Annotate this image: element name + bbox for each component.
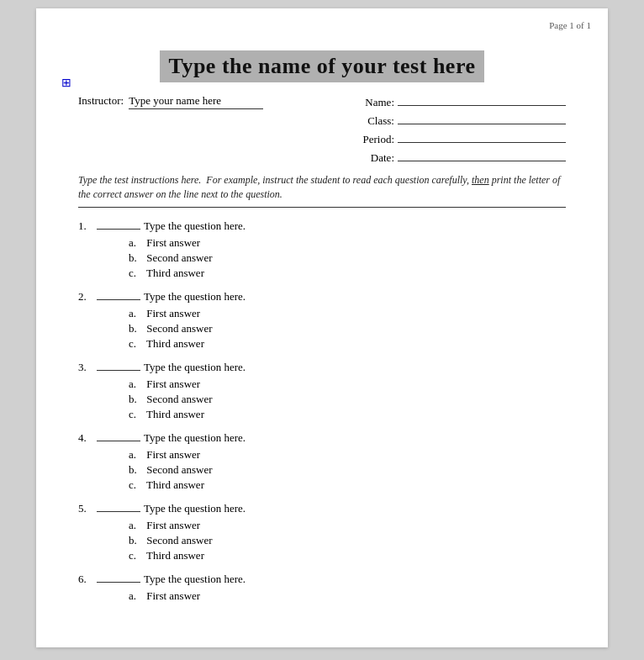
question-line: 6.Type the question here.	[78, 573, 566, 586]
class-label: Class:	[356, 114, 394, 128]
list-item[interactable]: c. Third answer	[129, 549, 566, 562]
instructor-label: Instructor:	[78, 94, 124, 108]
answer-blank[interactable]	[97, 370, 140, 371]
answer-label: b.	[129, 393, 144, 406]
question-line: 1.Type the question here.	[78, 219, 566, 233]
list-item[interactable]: a. First answer	[129, 236, 566, 250]
answers-list: a. First answerb. Second answerc. Third …	[78, 236, 566, 280]
answer-label: c.	[129, 267, 144, 280]
name-label: Name:	[356, 96, 394, 109]
answers-list: a. First answerb. Second answerc. Third …	[78, 448, 566, 492]
question-number: 1.	[78, 219, 97, 233]
answer-blank[interactable]	[97, 229, 140, 230]
answer-text: Second answer	[144, 322, 213, 335]
date-line[interactable]	[398, 150, 566, 161]
question-block: 3.Type the question here.a. First answer…	[78, 361, 566, 421]
fields-block: Name: Class: Period: Date:	[356, 94, 566, 165]
answer-label: c.	[129, 408, 144, 421]
question-block: 6.Type the question here.a. First answer	[78, 573, 566, 603]
questions-container: 1.Type the question here.a. First answer…	[78, 219, 566, 603]
answer-text: First answer	[144, 378, 200, 390]
question-text[interactable]: Type the question here.	[144, 290, 245, 304]
question-text[interactable]: Type the question here.	[144, 573, 245, 586]
answer-blank[interactable]	[97, 582, 140, 583]
question-text[interactable]: Type the question here.	[144, 502, 245, 515]
question-text[interactable]: Type the question here.	[144, 431, 245, 445]
date-field-row: Date:	[356, 150, 566, 165]
answer-label: c.	[129, 337, 144, 351]
question-line: 5.Type the question here.	[78, 502, 566, 515]
list-item[interactable]: c. Third answer	[129, 408, 566, 421]
test-title[interactable]: Type the name of your test here	[160, 50, 483, 82]
divider	[78, 207, 566, 208]
list-item[interactable]: a. First answer	[129, 448, 566, 462]
expand-icon[interactable]: ⊞	[61, 76, 71, 90]
answer-label: a.	[129, 519, 144, 532]
instructor-name[interactable]: Type your name here	[129, 94, 263, 109]
answer-label: b.	[129, 534, 144, 547]
answer-text: Third answer	[144, 337, 204, 350]
answer-text: Third answer	[144, 408, 204, 420]
answer-label: a.	[129, 448, 144, 462]
question-text[interactable]: Type the question here.	[144, 219, 245, 233]
answer-text: First answer	[144, 448, 200, 461]
answer-label: a.	[129, 236, 144, 250]
answer-text: Second answer	[144, 393, 213, 405]
page: Page 1 of 1 Type the name of your test h…	[36, 8, 608, 647]
answer-label: b.	[129, 463, 144, 477]
question-number: 5.	[78, 502, 97, 515]
page-number: Page 1 of 1	[549, 20, 591, 30]
period-label: Period:	[356, 133, 394, 146]
question-text[interactable]: Type the question here.	[144, 361, 245, 374]
answers-list: a. First answerb. Second answerc. Third …	[78, 378, 566, 421]
answer-text: Third answer	[144, 549, 204, 562]
list-item[interactable]: b. Second answer	[129, 251, 566, 265]
answer-text: Third answer	[144, 267, 204, 279]
answer-text: First answer	[144, 519, 200, 531]
list-item[interactable]: b. Second answer	[129, 463, 566, 477]
list-item[interactable]: c. Third answer	[129, 267, 566, 280]
question-line: 4.Type the question here.	[78, 431, 566, 445]
period-line[interactable]	[398, 131, 566, 143]
answer-text: Second answer	[144, 251, 213, 264]
answers-list: a. First answerb. Second answerc. Third …	[78, 519, 566, 562]
question-line: 2.Type the question here.	[78, 290, 566, 304]
class-line[interactable]	[398, 113, 566, 124]
question-block: 1.Type the question here.a. First answer…	[78, 219, 566, 280]
question-number: 2.	[78, 290, 97, 304]
answer-blank[interactable]	[97, 511, 140, 512]
list-item[interactable]: b. Second answer	[129, 322, 566, 335]
list-item[interactable]: a. First answer	[129, 589, 566, 603]
answer-blank[interactable]	[97, 299, 140, 300]
name-line[interactable]	[398, 94, 566, 106]
name-field-row: Name:	[356, 94, 566, 109]
answer-text: Third answer	[144, 478, 204, 491]
list-item[interactable]: a. First answer	[129, 519, 566, 532]
question-number: 3.	[78, 361, 97, 374]
answer-text: Second answer	[144, 534, 213, 546]
answer-text: First answer	[144, 307, 200, 319]
question-block: 2.Type the question here.a. First answer…	[78, 290, 566, 351]
answer-label: c.	[129, 549, 144, 562]
answer-text: First answer	[144, 236, 200, 249]
period-field-row: Period:	[356, 131, 566, 146]
instructions: Type the test instructions here. For exa…	[78, 173, 566, 202]
list-item[interactable]: a. First answer	[129, 378, 566, 391]
list-item[interactable]: a. First answer	[129, 307, 566, 320]
answer-label: c.	[129, 478, 144, 492]
list-item[interactable]: c. Third answer	[129, 478, 566, 492]
list-item[interactable]: b. Second answer	[129, 534, 566, 547]
question-number: 6.	[78, 573, 97, 586]
list-item[interactable]: b. Second answer	[129, 393, 566, 406]
answer-blank[interactable]	[97, 441, 140, 441]
question-number: 4.	[78, 431, 97, 445]
answer-label: a.	[129, 378, 144, 391]
question-block: 5.Type the question here.a. First answer…	[78, 502, 566, 562]
answer-label: a.	[129, 307, 144, 320]
question-line: 3.Type the question here.	[78, 361, 566, 374]
list-item[interactable]: c. Third answer	[129, 337, 566, 351]
class-field-row: Class:	[356, 113, 566, 128]
header-section: Instructor: Type your name here Name: Cl…	[78, 94, 566, 165]
answer-label: b.	[129, 251, 144, 265]
answer-label: b.	[129, 322, 144, 335]
